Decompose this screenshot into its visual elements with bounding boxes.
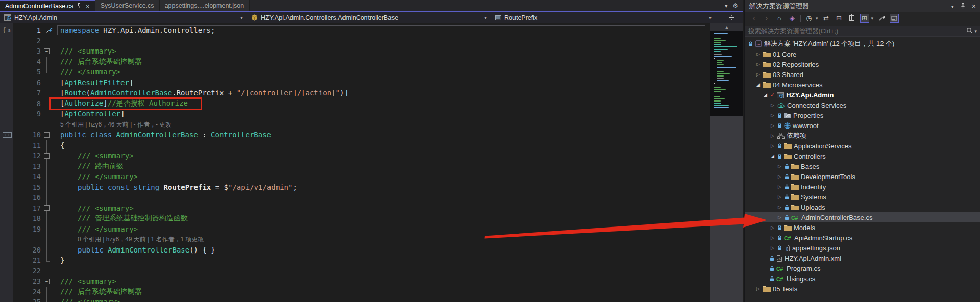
member-dropdown[interactable]: RoutePrefix ▾ — [491, 12, 716, 23]
chevron-down-icon[interactable]: ▾ — [816, 16, 818, 21]
fold-toggle[interactable]: − — [44, 132, 50, 138]
fold-toggle[interactable]: − — [44, 279, 50, 284]
code-line[interactable]: 21} — [0, 255, 710, 266]
tree-item-01-core[interactable]: ▷01 Core — [745, 49, 980, 59]
tree-item-usings-cs[interactable]: C#Usings.cs — [745, 273, 980, 284]
search-options-dropdown-icon[interactable]: ▾ — [974, 29, 977, 34]
tab-sysuserservice[interactable]: SysUserService.cs — [95, 0, 160, 11]
tree-item-properties[interactable]: ▷Properties — [745, 110, 980, 120]
expand-arrow-icon[interactable]: ▷ — [777, 164, 782, 169]
expand-arrow-icon[interactable]: ▷ — [770, 123, 775, 128]
scrollbar-map[interactable]: ▲ — [710, 23, 743, 302]
expand-arrow-icon[interactable]: ▷ — [770, 133, 775, 138]
expand-arrow-icon[interactable]: ▷ — [755, 62, 761, 67]
tree-item-02-repositories[interactable]: ▷02 Repositories — [745, 59, 980, 69]
code-line[interactable]: 6[ApiResultFilter] — [0, 78, 710, 88]
project-dropdown[interactable]: HZY.Api.Admin ▾ — [0, 12, 247, 23]
show-all-files-button[interactable] — [847, 14, 856, 23]
chevron-down-icon[interactable]: ▾ — [871, 16, 874, 21]
tree-item-indentity[interactable]: ▷Indentity — [745, 182, 980, 192]
tab-appsettings[interactable]: appsettings....elopment.json — [160, 0, 250, 11]
collapse-arrow-icon[interactable]: ◢ — [755, 82, 761, 87]
tree-item-appsettings-json[interactable]: ▷{}appsettings.json — [745, 243, 980, 253]
fold-toggle[interactable]: − — [44, 48, 50, 54]
tree-item-hzy-api-admin[interactable]: ◢✓HZY.Api.Admin — [745, 90, 980, 100]
sync-with-active-document-button[interactable]: ⇄ — [822, 14, 831, 23]
tree-item-program-cs[interactable]: C#Program.cs — [745, 263, 980, 273]
collapse-all-button[interactable]: ⊟ — [835, 14, 844, 23]
code-line[interactable]: 7[Route(AdminControllerBase.RoutePrefix … — [0, 88, 710, 98]
switch-views-button[interactable]: ◈ — [788, 14, 797, 23]
tree-item-systems[interactable]: ▷Systems — [745, 192, 980, 202]
expand-arrow-icon[interactable]: ▷ — [777, 215, 782, 220]
expand-arrow-icon[interactable]: ▷ — [770, 225, 775, 230]
code-line[interactable]: 20public AdminControllerBase() { } — [0, 245, 710, 256]
tree-item-hzy-api-admin-xml[interactable]: </>HZY.Api.Admin.xml — [745, 253, 980, 263]
expand-arrow-icon[interactable]: ▷ — [755, 52, 761, 57]
fold-toggle[interactable]: − — [44, 205, 50, 211]
tree-item-applicationservices[interactable]: ▷ApplicationServices — [745, 141, 980, 151]
pin-icon[interactable] — [960, 2, 966, 11]
tree-item-connected-services[interactable]: ▷Connected Services — [745, 100, 980, 110]
back-button[interactable]: ‹ — [749, 14, 758, 23]
tree-item-bases[interactable]: ▷Bases — [745, 161, 980, 171]
tree-item-controllers[interactable]: ◢Controllers — [745, 151, 980, 161]
fold-toggle[interactable]: − — [44, 153, 50, 159]
code-line[interactable]: 15public const string RoutePrefix = $"/a… — [0, 182, 710, 193]
tree-item-解决方案-hzy-admin-12-个项目-共-12-个[interactable]: ∞解决方案 'HZY.Admin' (12 个项目，共 12 个) — [745, 39, 980, 49]
codelens-row[interactable]: 5 个引用 | hzy6，46 天前 | - 作者，- 更改 — [0, 119, 710, 130]
tree-item-models[interactable]: ▷Models — [745, 222, 980, 233]
search-input[interactable] — [748, 28, 966, 35]
pending-changes-filter-button[interactable]: ◷ — [804, 14, 814, 23]
code-line[interactable]: 24/// 后台系统基础控制器 — [0, 287, 710, 297]
collapse-arrow-icon[interactable]: ◢ — [770, 154, 775, 159]
options-gear-icon[interactable]: ⚙ — [732, 2, 738, 9]
code-line[interactable]: 3−/// <summary> — [0, 46, 710, 57]
properties-wrench-button[interactable] — [877, 14, 886, 23]
collapse-arrow-icon[interactable]: ◢ — [763, 92, 768, 97]
filter-solution-button[interactable]: ⊞ — [860, 14, 869, 23]
home-button[interactable]: ⌂ — [775, 14, 784, 23]
panel-title-bar[interactable]: 解决方案资源管理器 ▾ × — [745, 0, 980, 12]
code-line[interactable]: 14/// </summary> — [0, 171, 710, 182]
code-line[interactable]: 25/// </summary> — [0, 297, 710, 302]
search-icon[interactable] — [966, 27, 973, 36]
pin-icon[interactable] — [77, 3, 82, 10]
code-line[interactable]: {a1namespace HZY.Api.Admin.Controllers; — [0, 25, 710, 36]
expand-arrow-icon[interactable]: ▷ — [770, 103, 775, 108]
expand-arrow-icon[interactable]: ▷ — [777, 174, 782, 179]
code-line[interactable]: 8[Authorize]//是否授权 Authorize — [0, 98, 710, 109]
code-line[interactable]: 18/// 管理系统基础控制器构造函数 — [0, 213, 710, 224]
code-line[interactable]: 5/// </summary> — [0, 67, 710, 78]
codelens-row[interactable]: 0 个引用 | hzy6，49 天前 | 1 名作者，1 项更改 — [0, 234, 710, 245]
preview-selected-items-button[interactable] — [890, 14, 899, 23]
tree-item-developmenttools[interactable]: ▷DevelopmentTools — [745, 171, 980, 182]
code-line[interactable]: 13/// 路由前缀 — [0, 161, 710, 172]
tab-list-dropdown-icon[interactable]: ▾ — [725, 3, 727, 9]
code-minimap[interactable] — [710, 31, 743, 116]
expand-arrow-icon[interactable]: ▷ — [770, 235, 775, 240]
type-dropdown[interactable]: HZY.Api.Admin.Controllers.AdminControlle… — [247, 12, 491, 23]
expand-arrow-icon[interactable]: ▷ — [777, 194, 782, 199]
tree-item-wwwroot[interactable]: ▷wwwroot — [745, 120, 980, 131]
tree-item-admincontrollerbase-cs[interactable]: ▷C#AdminControllerBase.cs — [745, 212, 980, 222]
tree-item-04-microservices[interactable]: ◢04 Microservices — [745, 80, 980, 90]
code-line[interactable]: 23−/// <summary> — [0, 276, 710, 287]
expand-arrow-icon[interactable]: ▷ — [755, 72, 761, 77]
code-line[interactable]: 12−/// <summary> — [0, 150, 710, 161]
code-line[interactable]: 11{ — [0, 140, 710, 151]
code-editor[interactable]: {a1namespace HZY.Api.Admin.Controllers;2… — [0, 23, 710, 302]
split-editor-handle[interactable] — [728, 14, 743, 21]
code-line[interactable]: 17−/// <summary> — [0, 203, 710, 214]
tab-admincontrollerbase[interactable]: AdminControllerBase.cs × — [0, 0, 95, 11]
forward-button[interactable]: › — [762, 14, 771, 23]
tree-item-apiadminstartup-cs[interactable]: ▷C#ApiAdminStartup.cs — [745, 233, 980, 243]
tree-item-依赖项[interactable]: ▷依赖项 — [745, 131, 980, 141]
expand-arrow-icon[interactable]: ▷ — [770, 113, 775, 118]
expand-arrow-icon[interactable]: ▷ — [770, 143, 775, 148]
scroll-up-arrow[interactable]: ▲ — [710, 23, 743, 31]
code-line[interactable]: 4/// 后台系统基础控制器 — [0, 57, 710, 67]
close-icon[interactable]: × — [972, 2, 976, 10]
code-cleanup-brush-icon[interactable] — [46, 27, 53, 35]
tree-item-03-shared[interactable]: ▷03 Shared — [745, 69, 980, 80]
